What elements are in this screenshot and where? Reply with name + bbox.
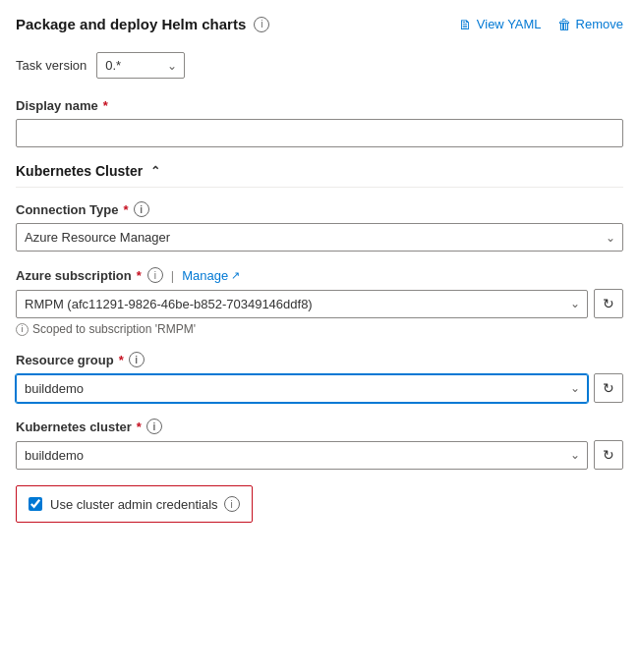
azure-subscription-select[interactable]: RMPM (afc11291-9826-46be-b852-70349146dd…	[16, 290, 588, 318]
kubernetes-cluster-dropdown-row: builddemo ⌄ ↻	[16, 440, 623, 470]
task-version-select-wrapper: 0.* 1.* 2.* ⌄	[96, 52, 185, 79]
azure-subscription-dropdown-row: RMPM (afc11291-9826-46be-b852-70349146dd…	[16, 289, 623, 318]
view-yaml-link[interactable]: 🗎 View YAML	[458, 17, 542, 32]
azure-subscription-label: Azure subscription *	[16, 268, 142, 283]
header-actions: 🗎 View YAML 🗑 Remove	[458, 17, 623, 32]
use-cluster-admin-info-icon[interactable]: i	[224, 496, 240, 512]
kubernetes-cluster-select[interactable]: builddemo	[16, 441, 588, 470]
resource-group-select-wrapper: builddemo ⌄	[16, 374, 588, 403]
kubernetes-cluster-required: *	[137, 420, 142, 434]
page-header: Package and deploy Helm charts i 🗎 View …	[16, 16, 623, 32]
azure-subscription-select-wrapper: RMPM (afc11291-9826-46be-b852-70349146dd…	[16, 290, 588, 318]
use-cluster-admin-checkbox-wrapper	[29, 497, 42, 511]
use-cluster-admin-row: Use cluster admin credentials i	[16, 485, 253, 523]
task-version-select[interactable]: 0.* 1.* 2.*	[96, 52, 185, 79]
use-cluster-admin-label: Use cluster admin credentials i	[50, 496, 240, 512]
yaml-icon: 🗎	[458, 17, 472, 32]
connection-type-dropdown-row: Azure Resource Manager Kubernetes Servic…	[16, 223, 623, 252]
resource-group-label-row: Resource group * i	[16, 352, 623, 367]
pipe-divider: |	[171, 268, 174, 283]
kubernetes-cluster-refresh-button[interactable]: ↻	[594, 440, 623, 470]
azure-subscription-info-icon[interactable]: i	[147, 267, 163, 283]
resource-group-dropdown-row: builddemo ⌄ ↻	[16, 373, 623, 403]
task-version-row: Task version 0.* 1.* 2.* ⌄	[16, 52, 623, 79]
azure-subscription-required: *	[137, 268, 142, 283]
resource-group-info-icon[interactable]: i	[129, 352, 145, 367]
azure-subscription-row: Azure subscription * i | Manage ↗ RMPM (…	[16, 267, 623, 336]
remove-icon: 🗑	[557, 17, 571, 32]
azure-subscription-label-row: Azure subscription * i | Manage ↗	[16, 267, 623, 283]
display-name-label: Display name	[16, 98, 98, 113]
task-version-label: Task version	[16, 58, 87, 73]
kubernetes-section-chevron-up[interactable]: ⌃	[150, 164, 160, 178]
connection-type-row: Connection Type * i Azure Resource Manag…	[16, 201, 623, 252]
view-yaml-label: View YAML	[477, 17, 542, 31]
kubernetes-cluster-section-header: Kubernetes Cluster ⌃	[16, 163, 623, 188]
header-left: Package and deploy Helm charts i	[16, 16, 269, 32]
kubernetes-cluster-label-row: Kubernetes cluster * i	[16, 419, 623, 434]
external-link-icon: ↗	[231, 269, 240, 282]
resource-group-row: Resource group * i builddemo ⌄ ↻	[16, 352, 623, 403]
remove-link[interactable]: 🗑 Remove	[557, 17, 623, 32]
page-title: Package and deploy Helm charts	[16, 16, 246, 32]
connection-type-label-row: Connection Type * i	[16, 201, 623, 217]
resource-group-required: *	[119, 353, 124, 367]
display-name-input[interactable]: Deploy helm chart	[16, 119, 623, 147]
title-info-icon[interactable]: i	[254, 17, 269, 32]
kubernetes-cluster-row: Kubernetes cluster * i builddemo ⌄ ↻	[16, 419, 623, 470]
connection-type-select-wrapper: Azure Resource Manager Kubernetes Servic…	[16, 223, 623, 252]
resource-group-refresh-button[interactable]: ↻	[594, 373, 623, 403]
manage-link-label: Manage	[182, 268, 228, 283]
scoped-note: i Scoped to subscription 'RMPM'	[16, 322, 623, 336]
connection-type-select[interactable]: Azure Resource Manager Kubernetes Servic…	[16, 223, 623, 252]
kubernetes-cluster-section-title: Kubernetes Cluster	[16, 163, 143, 179]
scoped-note-info-icon: i	[16, 323, 29, 336]
kubernetes-cluster-info-icon[interactable]: i	[146, 419, 162, 434]
connection-type-info-icon[interactable]: i	[134, 201, 149, 217]
kubernetes-cluster-select-wrapper: builddemo ⌄	[16, 441, 588, 470]
remove-label: Remove	[576, 17, 623, 31]
display-name-label-row: Display name *	[16, 98, 623, 113]
connection-type-required: *	[123, 202, 128, 217]
display-name-required: *	[103, 98, 108, 113]
connection-type-label: Connection Type	[16, 202, 118, 217]
display-name-row: Display name * Deploy helm chart	[16, 98, 623, 147]
azure-subscription-refresh-button[interactable]: ↻	[594, 289, 623, 318]
manage-link[interactable]: Manage ↗	[182, 268, 240, 283]
use-cluster-admin-checkbox[interactable]	[29, 497, 42, 511]
scoped-note-text: Scoped to subscription 'RMPM'	[32, 322, 196, 336]
resource-group-select[interactable]: builddemo	[16, 374, 588, 403]
